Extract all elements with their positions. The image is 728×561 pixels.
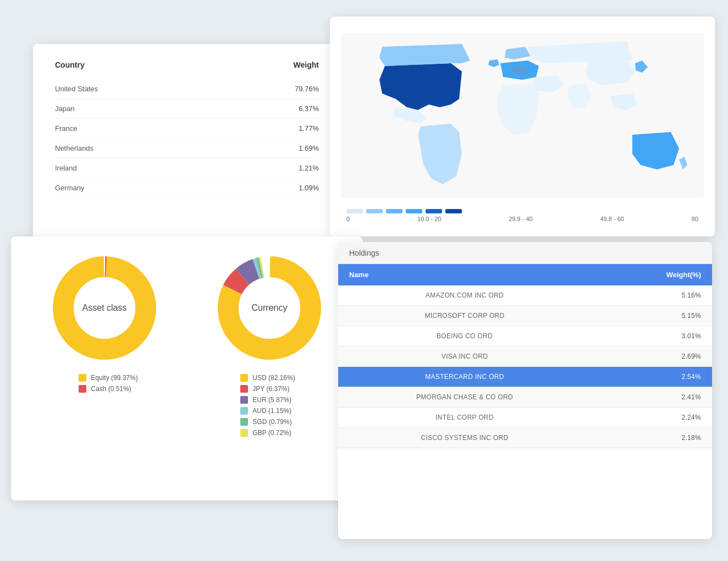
currency-legend-item: SGD (0.79%): [240, 418, 295, 426]
country-name: Ireland: [55, 158, 224, 178]
legend-color-dot: [240, 407, 248, 415]
legend-section: Equity (99.37%)Cash (0.51%) USD (82.16%)…: [22, 374, 352, 437]
map-container: [341, 28, 704, 204]
asset-currency-card: Asset class Currency E: [11, 237, 363, 501]
country-name: France: [55, 119, 224, 139]
holding-name: PMORGAN CHASE & CO ORD: [338, 387, 591, 408]
country-name: Netherlands: [55, 139, 224, 158]
holdings-row: INTEL CORP ORD2.24%: [338, 408, 712, 428]
holdings-tbody: AMAZON.COM INC ORD5.16%MICROSOFT CORP OR…: [338, 285, 712, 448]
holding-weight: 2.18%: [591, 428, 712, 448]
country-weight: 79.76%: [224, 79, 319, 99]
holding-name: MICROSOFT CORP ORD: [338, 306, 591, 326]
legend-label-0: 0: [346, 216, 350, 222]
country-weight: 1.21%: [224, 158, 319, 178]
asset-inner-circle: [74, 277, 135, 339]
legend-item-label: EUR (5.87%): [252, 396, 291, 404]
holdings-weight-header: Weight(%): [591, 264, 712, 285]
legend-bar-5: [426, 209, 442, 213]
holding-name: VISA INC ORD: [338, 346, 591, 367]
legend-color-dot: [240, 385, 248, 393]
country-weight: 1.77%: [224, 119, 319, 139]
legend-bar-1: [346, 209, 363, 213]
donut-row: Asset class Currency: [22, 253, 352, 363]
asset-legend-col: Equity (99.37%)Cash (0.51%): [79, 374, 137, 437]
legend-color-dot: [240, 418, 248, 426]
holdings-row: BOEING CO ORD3.01%: [338, 326, 712, 346]
country-name: Japan: [55, 99, 224, 119]
holding-name: MASTERCARD INC ORD: [338, 367, 591, 387]
country-row: Netherlands1.69%: [55, 139, 319, 158]
holdings-card: Holdings Name Weight(%) AMAZON.COM INC O…: [338, 242, 712, 539]
currency-legend-item: USD (82.16%): [240, 374, 295, 382]
legend-color-dot: [240, 429, 248, 437]
legend-label-49: 49.8 - 60: [600, 216, 624, 222]
holding-weight: 2.41%: [591, 387, 712, 408]
canada-path: [379, 44, 470, 66]
holding-name: CISCO SYSTEMS INC ORD: [338, 428, 591, 448]
world-map-svg: [341, 28, 704, 204]
holding-name: AMAZON.COM INC ORD: [338, 285, 591, 306]
currency-legend-item: EUR (5.87%): [240, 396, 295, 404]
country-row: Japan6.37%: [55, 99, 319, 119]
map-legend: [341, 209, 704, 213]
legend-label-80: 80: [692, 216, 698, 222]
country-row: France1.77%: [55, 119, 319, 139]
holding-name: BOEING CO ORD: [338, 326, 591, 346]
currency-legend-item: AUD (1.15%): [240, 407, 295, 415]
holdings-row: CISCO SYSTEMS INC ORD2.18%: [338, 428, 712, 448]
legend-label-10: 10.0 - 20: [417, 216, 441, 222]
legend-bar-4: [406, 209, 422, 213]
weight-col-header: Weight: [294, 61, 319, 69]
currency-donut: Currency: [214, 253, 324, 363]
country-weight: 1.09%: [224, 178, 319, 198]
legend-item-label: GBP (0.72%): [252, 429, 291, 437]
holding-weight: 2.69%: [591, 346, 712, 367]
asset-donut-svg: [49, 253, 159, 363]
legend-labels: 0 10.0 - 20 29.9 - 40 49.8 - 60 80: [341, 213, 704, 222]
currency-legend-col: USD (82.16%)JPY (6.37%)EUR (5.87%)AUD (1…: [240, 374, 295, 437]
country-weight-card: Country Weight United States79.76%Japan6…: [33, 44, 341, 253]
holdings-name-header: Name: [338, 264, 591, 285]
country-name: United States: [55, 79, 224, 99]
holdings-row: VISA INC ORD2.69%: [338, 346, 712, 367]
china-path: [586, 59, 635, 85]
holdings-row: MASTERCARD INC ORD2.54%: [338, 367, 712, 387]
holdings-table: Name Weight(%) AMAZON.COM INC ORD5.16%MI…: [338, 264, 712, 448]
holding-weight: 3.01%: [591, 326, 712, 346]
legend-label-29: 29.9 - 40: [509, 216, 532, 222]
holding-weight: 5.15%: [591, 306, 712, 326]
holdings-row: PMORGAN CHASE & CO ORD2.41%: [338, 387, 712, 408]
country-table-header: Country Weight: [55, 61, 319, 69]
legend-bar-2: [366, 209, 383, 213]
country-weight: 6.37%: [224, 99, 319, 119]
legend-item-label: SGD (0.79%): [252, 418, 291, 426]
country-name: Germany: [55, 178, 224, 198]
currency-donut-svg: [214, 253, 324, 363]
legend-color-dot: [79, 385, 86, 393]
country-row: Ireland1.21%: [55, 158, 319, 178]
legend-item-label: USD (82.16%): [252, 374, 295, 382]
holding-weight: 2.24%: [591, 408, 712, 428]
asset-legend-item: Equity (99.37%): [79, 374, 137, 382]
country-row: Germany1.09%: [55, 178, 319, 198]
asset-class-donut: Asset class: [49, 253, 159, 363]
holding-weight: 2.54%: [591, 367, 712, 387]
country-table: United States79.76%Japan6.37%France1.77%…: [55, 79, 319, 198]
legend-item-label: Equity (99.37%): [91, 374, 137, 382]
country-col-header: Country: [55, 61, 85, 69]
holdings-section-title: Holdings: [338, 242, 712, 264]
holdings-row: AMAZON.COM INC ORD5.16%: [338, 285, 712, 306]
holding-weight: 5.16%: [591, 285, 712, 306]
world-map-card: 0 10.0 - 20 29.9 - 40 49.8 - 60 80: [330, 16, 715, 237]
asset-legend-item: Cash (0.51%): [79, 385, 137, 393]
holdings-row: MICROSOFT CORP ORD5.15%: [338, 306, 712, 326]
legend-item-label: Cash (0.51%): [91, 385, 131, 393]
legend-bar-6: [445, 209, 462, 213]
legend-color-dot: [79, 374, 86, 382]
holding-name: INTEL CORP ORD: [338, 408, 591, 428]
holdings-table-header-row: Name Weight(%): [338, 264, 712, 285]
currency-legend-item: JPY (6.37%): [240, 385, 295, 393]
legend-item-label: AUD (1.15%): [252, 407, 291, 415]
country-weight: 1.69%: [224, 139, 319, 158]
